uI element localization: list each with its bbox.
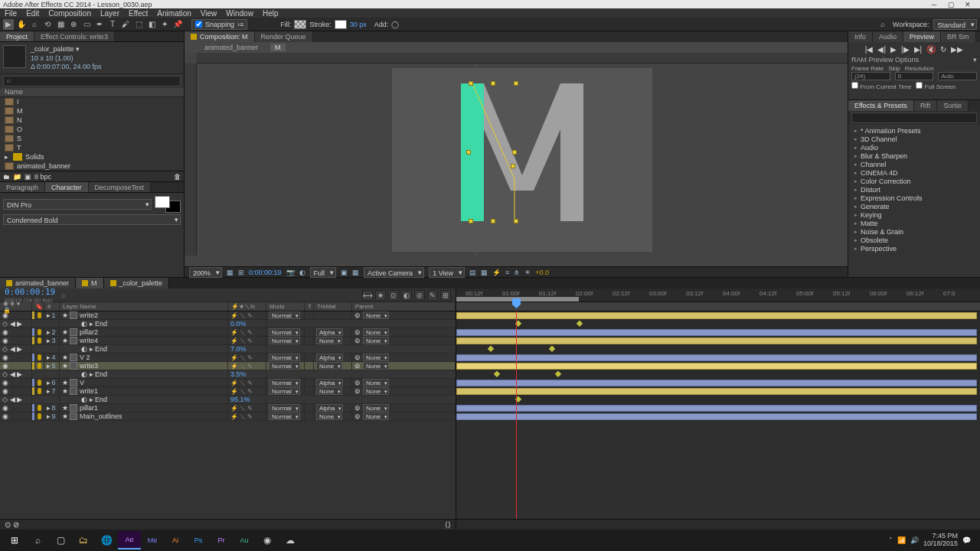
menu-layer[interactable]: Layer [100,9,119,18]
timeline-icon[interactable]: ≡ [505,269,509,276]
menu-composition[interactable]: Composition [48,9,91,18]
next-frame-button[interactable]: |▶ [901,45,910,54]
effect-category[interactable]: Color Correction [848,177,980,185]
exposure-value[interactable]: +0.0 [535,269,549,276]
brush-tool[interactable]: 🖌 [120,19,131,30]
add-button[interactable]: ◯ [391,21,399,28]
start-button[interactable]: ⊞ [3,531,26,549]
project-item[interactable]: I [0,97,184,106]
layer-property-row[interactable]: ◇ ◀ ▶◐ ▸ End3.5% [0,370,456,379]
effect-category[interactable]: Channel [848,160,980,168]
new-comp-button[interactable]: ▣ [24,173,31,181]
pr-icon[interactable]: Pr [210,531,233,549]
stroke-width[interactable]: 30 px [350,21,367,28]
effect-category[interactable]: Expression Controls [848,194,980,202]
font-family-dropdown[interactable]: DIN Pro [3,199,152,210]
type-tool[interactable]: T [107,19,118,30]
composition-tab[interactable]: Composition: M [185,31,255,42]
layer-row[interactable]: ◉▸ 1★write2⚡ ＼ ✎Normal⊚None [0,311,456,320]
layer-bar[interactable] [456,413,977,420]
tl-btn-6[interactable]: ✎ [427,290,438,301]
flowchart-icon[interactable]: ⋔ [514,269,520,276]
layer-row[interactable]: ◉▸ 3★write4⚡ ＼ ✎NormalNone⊚None [0,337,456,345]
app-icon[interactable]: ☁ [279,531,302,549]
layer-bar[interactable] [456,354,977,361]
puppet-tool[interactable]: 📌 [172,19,183,30]
layer-row[interactable]: ◉▸ 6★V⚡ ＼ ✎NormalAlpha⊚None [0,379,456,387]
layer-bar[interactable] [456,388,977,395]
project-col-name[interactable]: Name [5,88,23,96]
explorer-icon[interactable]: 🗂 [72,531,95,549]
clone-tool[interactable]: ⬚ [133,19,144,30]
interpret-button[interactable]: 🖿 [3,173,10,181]
prev-frame-button[interactable]: ◀| [877,45,886,54]
comp-crumb-0[interactable]: animated_banner [200,44,263,51]
close-button[interactable]: ✕ [963,1,972,8]
menu-view[interactable]: View [201,9,217,18]
effect-category[interactable]: CINEMA 4D [848,168,980,177]
search-button[interactable]: ⌕ [26,531,49,549]
new-folder-button[interactable]: 📁 [13,173,21,181]
layer-row[interactable]: ◉▸ 8★pillar1⚡ ＼ ✎NormalAlpha⊚None [0,404,456,412]
canvas[interactable] [392,68,652,252]
obs-icon[interactable]: ◉ [256,531,279,549]
composition-viewer[interactable] [185,53,848,266]
stroke-swatch[interactable] [335,20,347,29]
tray-up-icon[interactable]: ˄ [889,536,893,544]
hand-tool[interactable]: ✋ [16,19,27,30]
menu-animation[interactable]: Animation [157,9,191,18]
menu-effect[interactable]: Effect [129,9,148,18]
layer-bar[interactable] [456,337,977,344]
ram-preview-button[interactable]: ▶▶ [951,45,963,54]
preview-res-field[interactable]: Auto [938,72,977,80]
anchor-point[interactable] [466,150,471,155]
exposure-reset-icon[interactable]: ☀ [524,269,531,276]
pen-tool[interactable]: ✒ [94,19,105,30]
rift-tab[interactable]: Rift [914,100,938,111]
timeline-tab-1[interactable]: M [76,278,104,289]
zoom-tool[interactable]: ⌕ [29,19,40,30]
keyframe[interactable] [549,345,555,351]
toggle-switches-button[interactable]: ⊙ ⊘ [5,520,19,529]
anchor-point[interactable] [491,81,495,86]
chrome-icon[interactable]: 🌐 [95,531,118,549]
layer-row[interactable]: ◉▸ 2★pillar2⚡ ＼ ✎NormalAlpha⊚None [0,328,456,337]
project-item[interactable]: N [0,116,184,125]
tl-btn-4[interactable]: ◐ [401,290,412,301]
effect-category[interactable]: Matte [848,219,980,227]
effect-category[interactable]: Obsolete [848,236,980,244]
tl-btn-1[interactable]: ⟷ [362,290,373,301]
audio-tab[interactable]: Audio [873,31,903,42]
last-frame-button[interactable]: ▶| [914,45,923,54]
delete-button[interactable]: 🗑 [174,173,181,181]
views-dropdown[interactable]: 1 View [429,267,465,278]
keyframe[interactable] [494,370,500,377]
camera-dropdown[interactable]: Active Camera [364,267,424,278]
zoom-dropdown[interactable]: 200% [189,267,222,278]
keyframe[interactable] [577,320,583,326]
keyframe[interactable] [555,370,561,377]
anchor-point[interactable] [511,164,515,168]
rotation-tool[interactable]: ⟲ [42,19,53,30]
res-toggle-icon[interactable]: ▦ [227,269,234,276]
layer-property-row[interactable]: ◇ ◀ ▶◐ ▸ End95.1% [0,396,456,404]
maximize-button[interactable]: ▢ [946,1,956,8]
me-icon[interactable]: Me [141,531,164,549]
project-item[interactable]: ▸Solids [0,152,184,161]
font-weight-dropdown[interactable]: Condensed Bold [3,214,181,225]
timeline-tracks[interactable] [456,311,980,519]
menu-edit[interactable]: Edit [26,9,39,18]
effect-category[interactable]: Generate [848,202,980,210]
info-tab[interactable]: Info [848,31,873,42]
mute-button[interactable]: 🔇 [926,45,936,54]
transparency-icon[interactable]: ▦ [352,269,359,276]
fast-preview-icon[interactable]: ⚡ [492,269,501,276]
anchor-point[interactable] [514,219,518,223]
layer-bar[interactable] [456,363,977,370]
au-icon[interactable]: Au [233,531,256,549]
sortie-tab[interactable]: Sortie [937,100,969,111]
project-item-name[interactable]: _color_palette ▾ [31,45,102,54]
menu-window[interactable]: Window [226,9,253,18]
project-item[interactable]: S [0,134,184,143]
search-layers-icon[interactable]: ⌕ [61,291,66,299]
